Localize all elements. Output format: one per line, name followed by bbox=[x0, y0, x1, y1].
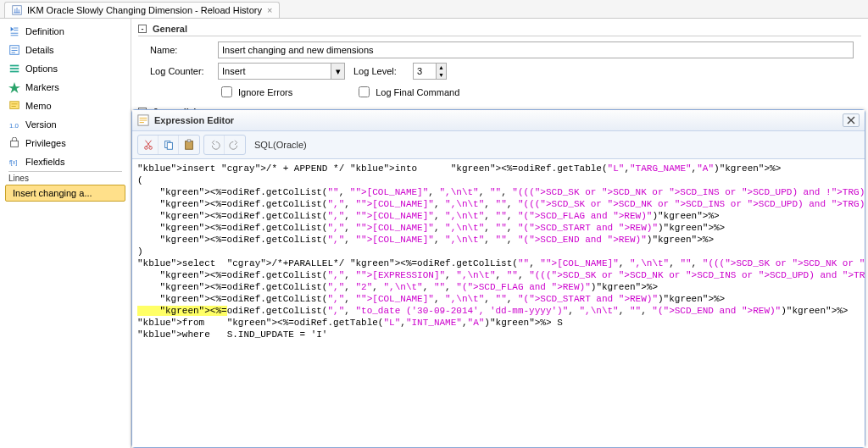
svg-rect-24 bbox=[186, 141, 193, 150]
nav-label: Definition bbox=[25, 26, 64, 36]
ignore-errors-check[interactable]: Ignore Errors bbox=[218, 84, 292, 100]
tab-title: IKM Oracle Slowly Changing Dimension - R… bbox=[27, 5, 262, 15]
sidebar-version[interactable]: 1.0Version bbox=[0, 115, 131, 134]
code-area[interactable]: "kblue">insert "cgray">/* + APPEND */ "k… bbox=[132, 159, 865, 447]
nav-label: Privileges bbox=[25, 138, 66, 148]
sidebar-selected-label: Insert changing a... bbox=[13, 188, 92, 198]
svg-rect-10 bbox=[10, 68, 19, 69]
svg-rect-12 bbox=[10, 102, 19, 109]
sidebar-definition[interactable]: Definition bbox=[0, 22, 131, 41]
sidebar-flexfields[interactable]: f[x]Flexfields bbox=[0, 152, 131, 171]
svg-text:1.0: 1.0 bbox=[9, 122, 19, 130]
nav-icon bbox=[8, 100, 20, 112]
nav-icon bbox=[8, 25, 20, 37]
sidebar-selected-line[interactable]: Insert changing a... bbox=[5, 185, 125, 202]
svg-rect-4 bbox=[11, 35, 19, 36]
nav-icon: 1.0 bbox=[8, 119, 20, 130]
sidebar-details[interactable]: Details bbox=[0, 41, 131, 59]
svg-text:f[x]: f[x] bbox=[9, 159, 17, 166]
svg-rect-9 bbox=[10, 65, 19, 67]
svg-rect-6 bbox=[12, 47, 18, 48]
log-final-check[interactable]: Log Final Command bbox=[355, 84, 459, 100]
nav-icon bbox=[8, 137, 20, 149]
nav-label: Options bbox=[25, 64, 58, 74]
nav-label: Details bbox=[25, 45, 54, 55]
paste-icon[interactable] bbox=[179, 136, 199, 154]
svg-rect-25 bbox=[187, 140, 191, 142]
dialect-label: SQL(Oracle) bbox=[254, 140, 307, 150]
name-label: Name: bbox=[150, 45, 209, 55]
nav-icon bbox=[8, 44, 20, 56]
cut-icon[interactable] bbox=[138, 136, 159, 154]
redo-icon[interactable] bbox=[225, 136, 245, 154]
spin-up[interactable]: ▲ bbox=[436, 64, 446, 71]
copy-icon[interactable] bbox=[159, 136, 179, 154]
close-icon[interactable]: × bbox=[267, 5, 272, 15]
km-icon bbox=[12, 5, 22, 15]
editor-icon bbox=[137, 114, 149, 126]
name-input[interactable] bbox=[218, 41, 854, 58]
sidebar-options[interactable]: Options bbox=[0, 59, 131, 78]
svg-rect-13 bbox=[12, 103, 18, 104]
collapse-icon[interactable]: - bbox=[138, 25, 147, 33]
svg-rect-23 bbox=[167, 142, 172, 149]
nav-icon bbox=[8, 81, 20, 93]
sidebar-markers[interactable]: Markers bbox=[0, 78, 131, 97]
nav-icon bbox=[8, 63, 20, 75]
nav-label: Markers bbox=[25, 82, 59, 92]
spin-down[interactable]: ▼ bbox=[436, 71, 446, 79]
svg-rect-8 bbox=[12, 53, 15, 53]
undo-icon[interactable] bbox=[204, 136, 225, 154]
sidebar-privileges[interactable]: Privileges bbox=[0, 134, 131, 152]
close-icon[interactable] bbox=[843, 113, 860, 127]
nav-label: Memo bbox=[25, 101, 52, 111]
nav-label: Flexfields bbox=[25, 157, 64, 167]
expression-editor-window: Expression Editor SQL(Ora bbox=[131, 109, 865, 448]
document-tab[interactable]: IKM Oracle Slowly Changing Dimension - R… bbox=[4, 2, 280, 18]
svg-rect-14 bbox=[12, 106, 16, 107]
sidebar-section-lines: Lines bbox=[0, 172, 131, 185]
svg-rect-11 bbox=[10, 71, 19, 73]
log-level-label: Log Level: bbox=[353, 66, 404, 76]
nav-label: Version bbox=[25, 119, 57, 130]
svg-rect-16 bbox=[11, 141, 19, 147]
sidebar-memo[interactable]: Memo bbox=[0, 97, 131, 115]
log-counter-label: Log Counter: bbox=[150, 66, 209, 76]
svg-rect-2 bbox=[14, 30, 18, 30]
svg-rect-3 bbox=[11, 33, 19, 34]
chevron-down-icon[interactable]: ▾ bbox=[331, 64, 344, 79]
svg-rect-7 bbox=[12, 50, 18, 51]
svg-rect-1 bbox=[14, 28, 18, 29]
editor-title: Expression Editor bbox=[154, 115, 234, 125]
general-header[interactable]: - General bbox=[138, 24, 861, 36]
nav-icon: f[x] bbox=[8, 156, 20, 168]
log-counter-combo[interactable] bbox=[218, 63, 345, 80]
